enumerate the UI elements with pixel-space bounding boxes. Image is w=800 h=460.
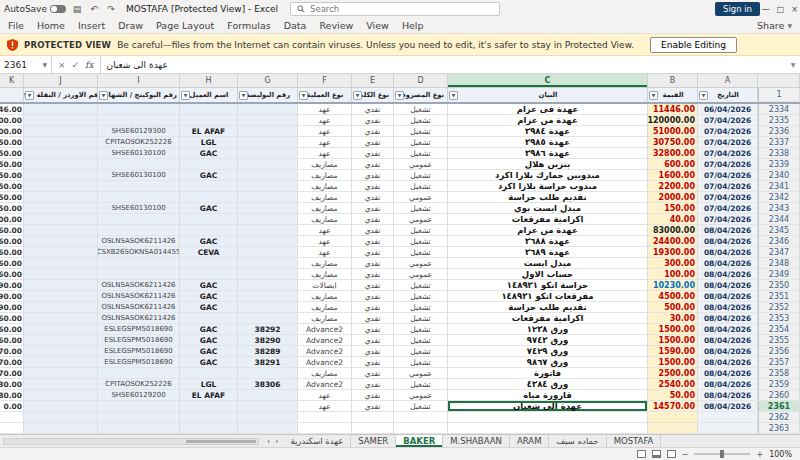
cell-value[interactable]: 2540.00 [648, 379, 698, 390]
cell-exp[interactable]: تشغيل [394, 137, 448, 148]
cell-stmt[interactable]: تقديم طلب حراسة [448, 302, 648, 313]
ribbon-tab-page-layout[interactable]: Page Layout [156, 20, 214, 31]
cell-k[interactable]: 9270.00 [0, 357, 24, 368]
cell-client[interactable]: GAC [180, 302, 238, 313]
column-letter-D[interactable]: D [394, 74, 448, 87]
scrollbar-thumb[interactable] [186, 440, 256, 443]
cell-stmt[interactable]: عهدة الى شعبان [448, 401, 648, 412]
cell-k[interactable]: 0260.00 [0, 258, 24, 269]
cell-op[interactable]: عهد [298, 236, 352, 247]
filter-dropdown-icon[interactable]: ▼ [99, 91, 108, 100]
cell-stmt[interactable] [448, 412, 648, 423]
row-number[interactable]: 2342 [758, 192, 800, 203]
cell-policy[interactable] [238, 137, 298, 148]
cell-stmt[interactable]: مندوبين جمارك بلازا اكرد [448, 170, 648, 181]
cell-cash[interactable]: نقدي [352, 104, 394, 115]
filter-dropdown-icon[interactable]: ▼ [25, 91, 34, 100]
cell-policy[interactable] [238, 236, 298, 247]
cell-date[interactable]: 08/04/2026 [698, 269, 758, 280]
cell-value[interactable]: 500.00 [648, 302, 698, 313]
insert-function-icon[interactable]: fx [85, 60, 93, 70]
enable-editing-button[interactable]: Enable Editing [650, 37, 737, 53]
select-all-corner[interactable] [758, 74, 800, 87]
share-button[interactable]: Share ▼ [757, 20, 792, 31]
cell-date[interactable]: 08/04/2026 [698, 357, 758, 368]
cell-op[interactable]: Advance2 [298, 357, 352, 368]
column-header[interactable]: رقم البوكينج / الشهادة▼ [98, 88, 180, 102]
cell-order[interactable] [24, 225, 98, 236]
cell-k[interactable]: 0560.00 [0, 247, 24, 258]
cell-client[interactable]: GAC [180, 357, 238, 368]
cell-op[interactable]: Advance2 [298, 346, 352, 357]
column-header[interactable]: القيمة▼ [648, 88, 698, 102]
cell-client[interactable] [180, 192, 238, 203]
cell-order[interactable] [24, 104, 98, 115]
cell-policy[interactable] [238, 269, 298, 280]
filter-dropdown-icon[interactable]: ▼ [353, 91, 362, 100]
cell-op[interactable]: مصاريف [298, 269, 352, 280]
row-number[interactable]: 2345 [758, 225, 800, 236]
cell-value[interactable]: 19300.00 [648, 247, 698, 258]
cell-k[interactable]: 0770.00 [0, 346, 24, 357]
maximize-button[interactable]: □ [777, 5, 785, 14]
cell-cash[interactable] [352, 423, 394, 434]
cell-k[interactable]: 3250.00 [0, 148, 24, 159]
cell-date[interactable]: 07/04/2026 [698, 192, 758, 203]
cell-client[interactable] [180, 423, 238, 434]
cell-exp[interactable]: تشغيل [394, 115, 448, 126]
column-letter-K[interactable]: K [0, 74, 24, 87]
cell-cash[interactable]: نقدي [352, 159, 394, 170]
row-number[interactable]: 2348 [758, 258, 800, 269]
cell-cash[interactable]: نقدي [352, 236, 394, 247]
cell-client[interactable]: GAC [180, 324, 238, 335]
cell-k[interactable]: 3860.00 [0, 324, 24, 335]
cell-cash[interactable]: نقدي [352, 115, 394, 126]
cell-op[interactable]: عهد [298, 137, 352, 148]
cell-bl[interactable] [98, 423, 180, 434]
cell-bl[interactable]: ESLEGSPM5018690 [98, 335, 180, 346]
cell-date[interactable]: 07/04/2026 [698, 148, 758, 159]
filter-dropdown-icon[interactable]: ▼ [699, 91, 708, 100]
cell-stmt[interactable]: عهدة من عزام [448, 115, 648, 126]
cell-order[interactable] [24, 214, 98, 225]
cell-order[interactable] [24, 181, 98, 192]
cell-date[interactable]: 07/04/2026 [698, 170, 758, 181]
cell-k[interactable]: 2360.00 [0, 335, 24, 346]
column-letter-F[interactable]: F [298, 74, 352, 87]
cell-date[interactable]: 07/04/2026 [698, 159, 758, 170]
cell-policy[interactable] [238, 247, 298, 258]
ribbon-tab-insert[interactable]: Insert [78, 20, 105, 31]
cell-exp[interactable]: تشغيل [394, 104, 448, 115]
cell-bl[interactable]: ESLEGSPM5018690 [98, 324, 180, 335]
name-box[interactable]: 2361 ▼ [0, 56, 52, 73]
cell-cash[interactable]: نقدي [352, 302, 394, 313]
cell-order[interactable] [24, 346, 98, 357]
cell-op[interactable]: Advance2 [298, 335, 352, 346]
cell-policy[interactable] [238, 148, 298, 159]
cell-policy[interactable] [238, 159, 298, 170]
cell-policy[interactable] [238, 170, 298, 181]
cell-client[interactable] [180, 159, 238, 170]
column-header[interactable]: رقم الاوردر / النقلة min▼ [24, 88, 98, 102]
row-number[interactable]: 1 [758, 88, 800, 102]
sheet-tab-حماده-سيف[interactable]: حماده سيف [549, 435, 606, 447]
cell-op[interactable]: عهد [298, 115, 352, 126]
cell-client[interactable]: LGL [180, 137, 238, 148]
cell-value[interactable]: 30.00 [648, 313, 698, 324]
cell-stmt[interactable]: حساب الاول [448, 269, 648, 280]
cell-client[interactable]: GAC [180, 148, 238, 159]
row-number[interactable]: 2349 [758, 269, 800, 280]
cell-order[interactable] [24, 236, 98, 247]
cell-op[interactable]: مصاريف [298, 214, 352, 225]
cell-stmt[interactable]: عهدة ٣٦٨٨ [448, 236, 648, 247]
row-number[interactable]: 2336 [758, 126, 800, 137]
filter-dropdown-icon[interactable]: ▼ [299, 91, 308, 100]
cell-exp[interactable] [394, 412, 448, 423]
row-number[interactable]: 2360 [758, 390, 800, 401]
cell-client[interactable]: GAC [180, 291, 238, 302]
cell-exp[interactable]: تشغيل [394, 302, 448, 313]
cell-date[interactable]: 08/04/2026 [698, 280, 758, 291]
cell-bl[interactable] [98, 225, 180, 236]
cell-order[interactable] [24, 170, 98, 181]
cell-client[interactable] [180, 412, 238, 423]
